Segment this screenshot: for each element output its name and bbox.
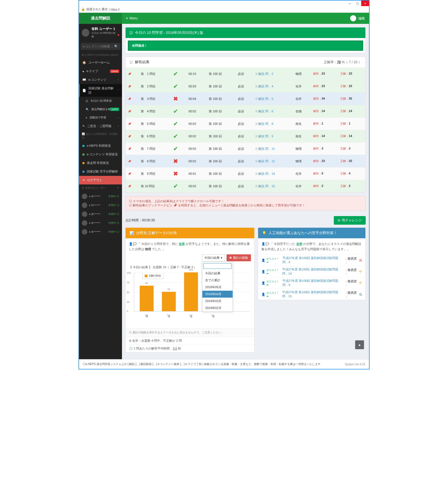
distribution-panel-header: 📊 分野別 正解データの分布 [126, 228, 254, 239]
scroll-top-button[interactable]: ▲ [355, 340, 364, 349]
check-icon: ✔ [173, 108, 178, 114]
sidebar-item[interactable]: 過去問 学習状況 [79, 159, 122, 167]
chart-bar: 50 [162, 292, 176, 311]
sidebar-item[interactable]: 国家試験 苦手分野解析 [79, 167, 122, 176]
dropdown-option[interactable]: 2018年03月 [202, 298, 233, 305]
explanation-link[interactable]: ⎘解説 問．14 [256, 172, 275, 175]
pin-icon[interactable]: 📌 [128, 147, 131, 150]
sidebar-item[interactable]: ≡回数別で学習‹ [79, 113, 122, 122]
explanation-link[interactable]: ⎘解説 問．8 [256, 122, 273, 125]
logout-button[interactable]: ↪ ログアウト [79, 176, 122, 184]
dropdown-option[interactable]: 2018年04月 [202, 291, 233, 298]
recommendation-item: 👤オススメ！ ➡ 平成27年度 第100回 薬剤師国家試験問題 問．5 - 難易… [258, 277, 365, 288]
cross-icon: ✖ [173, 96, 178, 102]
info-icon: ⓘ [83, 362, 86, 366]
dropdown-option[interactable]: 2018年05月 [202, 284, 233, 291]
maximize-button[interactable]: ▢ [353, 1, 361, 6]
person-icon: 👤 [261, 281, 265, 285]
status-dot-icon [118, 34, 119, 36]
dropdown-search-input[interactable] [203, 263, 231, 269]
brand-title[interactable]: 過去問解説 [79, 13, 122, 24]
explanation-link[interactable]: ⎘解説 問．11 [256, 147, 275, 150]
rec-link[interactable]: 平成27年度 第100回 薬剤師国家試験問題 問．5 [282, 279, 345, 287]
cross-icon: ✖ [173, 158, 178, 164]
result-row: 📌 第 7 問目 ✔ 00:02 第 100 回 必須 ⎘解説 問．11 物理 … [126, 143, 365, 155]
result-row: 📌 第 8 問目 ✖ 00:02 第 100 回 必須 ⎘解説 問．12 物理 … [126, 155, 365, 168]
copy-icon: ⎘ [256, 172, 258, 175]
sidebar-item[interactable]: 📑国家試験 過去問解説˅ [79, 84, 122, 97]
explanation-link[interactable]: ⎘解説 問．6 [256, 110, 273, 113]
sidebar-item[interactable]: 🏠ユーザーホーム [79, 58, 122, 67]
pin-icon[interactable]: 📌 [128, 122, 131, 125]
sidebar-header-3: ⚙ 学習中のユーザー⟳ [79, 184, 122, 192]
copy-icon: ⎘ [256, 97, 258, 100]
copy-icon: ⎘ [256, 135, 258, 138]
check-icon: ✔ [173, 183, 178, 189]
explanation-link[interactable]: ⎘解説 問．12 [256, 159, 275, 163]
main-content: ☑ 今日の 10 問学習 - 2018年05月03日(木) 版 全問達成！ ☑ … [122, 24, 369, 359]
sidebar-item[interactable]: e-NEPS 利用状況 [79, 141, 122, 150]
avatar [82, 220, 87, 226]
pin-icon[interactable]: 📌 [128, 135, 131, 138]
period-dropdown[interactable]: 今回の結果 ▾ 今回の結果全ての累計2018年05月2018年04月2018年0… [202, 254, 225, 261]
ai-panel-header: 💡 人工知能が選ぶあなたへの苦手分野対策！ [258, 228, 365, 239]
delete-warning: ⓘ 累計の削除を実行するとデータを元に戻せませんので、ご注意ください。 [126, 328, 254, 337]
rec-link[interactable]: 平成27年度 第100回 薬剤師国家試験問題 問．4 [282, 256, 345, 264]
dropdown-option[interactable]: 2018年02月 [202, 305, 233, 311]
explanation-link[interactable]: ⎘解説 問．5 [256, 97, 273, 100]
explanation-link[interactable]: ⎘解説 問．2 [256, 72, 273, 75]
total-time: 合計時間：00:00:35 [125, 218, 155, 223]
hamburger-icon: ≡ [126, 16, 128, 20]
sidebar-header: ⊞ e-NEPS LEARNING MENU [79, 52, 122, 58]
menu-icon: 📖 [82, 78, 86, 82]
dropdown-menu: 今回の結果全ての累計2018年05月2018年04月2018年03月2018年0… [202, 262, 233, 312]
version-label: System Ver.4.33 [345, 363, 365, 366]
chevron-icon: ˅ [118, 89, 119, 92]
sidebar-item[interactable]: ☑今日の 10 問学習 [79, 97, 122, 105]
pin-icon[interactable]: 📌 [128, 185, 131, 188]
explanation-link[interactable]: ⎘解説 問．15 [256, 184, 275, 188]
avatar[interactable] [350, 15, 356, 21]
minimize-button[interactable]: — [346, 1, 353, 6]
pin-icon[interactable]: 📌 [128, 97, 131, 100]
lock-icon: 🔒 [81, 7, 85, 11]
menu-button[interactable]: ≡ Menu [122, 16, 142, 20]
person-icon: 👤 [261, 293, 265, 296]
sidebar-item[interactable]: e-コンテンツ 学習状況 [79, 150, 122, 159]
dropdown-option[interactable]: 今回の結果 [202, 270, 233, 277]
result-row: 📌 第 6 問目 ✔ 00:02 第 100 回 必須 ⎘解説 問．9 衛生 解… [126, 130, 365, 143]
pin-icon[interactable]: 📌 [128, 72, 131, 75]
rec-link[interactable]: 平成27年度 第100回 薬剤師国家試験問題 問．15 [282, 290, 345, 298]
online-user-item: ● 答*******学習中 🖵 [79, 227, 122, 236]
pin-icon[interactable]: 📌 [128, 85, 131, 88]
sidebar-item[interactable]: 📖e-コンテンツ‹ [79, 75, 122, 84]
explanation-link[interactable]: ⎘解説 問．9 [256, 135, 273, 138]
rec-link[interactable]: 平成27年度 第100回 薬剤師国家試験問題 問．14 [282, 267, 345, 276]
delete-totals-button[interactable]: ✖ 累計の削除 [226, 254, 251, 261]
pin-icon[interactable]: 📌 [128, 160, 131, 163]
close-button[interactable]: ✕ [361, 1, 369, 6]
sidebar-item[interactable]: ✎ご意見・ご質問箱‹ [79, 122, 122, 130]
info-note: ⓘ スマホの場合、上記の結果表はスワイプで横スクロール可能です！ ⓘ 解答結果の… [125, 196, 366, 211]
system-footer: ⓘ e-NEPS 過去問対策システム上の [ 解説 ]、[ 解説動画 ]、[ e… [79, 359, 369, 369]
url-bar[interactable]: 🔒 保護された通信 | https:// [79, 6, 369, 13]
edit-button[interactable]: 編集 [358, 16, 365, 21]
pin-icon[interactable]: 📌 [128, 110, 131, 113]
results-table: 📌 第 1 問目 ✔ 00:15 第 100 回 必須 ⎘解説 問．2 物理 解… [126, 68, 365, 192]
avatar [82, 211, 87, 217]
sidebar-item[interactable]: ●e-ライブOnAir [79, 67, 122, 75]
search-input[interactable]: e-コンテンツ内検索 ... 🔍 [81, 43, 120, 50]
logout-icon: ↪ [82, 178, 85, 182]
user-sub: 今日の 10 問学習の状態 [91, 31, 119, 39]
explanation-link[interactable]: ⎘解説 問．4 [256, 85, 273, 88]
dropdown-option[interactable]: 全ての累計 [202, 277, 233, 284]
pin-icon[interactable]: 📌 [128, 172, 131, 175]
dot-icon [82, 145, 85, 147]
menu-icon: ≡ [86, 116, 87, 119]
sidebar-item[interactable]: 🔍過去問解説を検索1,671 [79, 105, 122, 113]
sidebar-header-2: 📊 あなたの利用状況・学習状況 [79, 130, 122, 141]
rechallenge-button[interactable]: ⟳ 再チャレンジ [334, 216, 366, 225]
clock-icon: ⊘ [129, 339, 132, 342]
recommendation-item: 👤オススメ！ ➡ 平成27年度 第100回 薬剤師国家試験問題 問．15 - 難… [258, 288, 365, 300]
menu-icon: ● [82, 70, 84, 73]
